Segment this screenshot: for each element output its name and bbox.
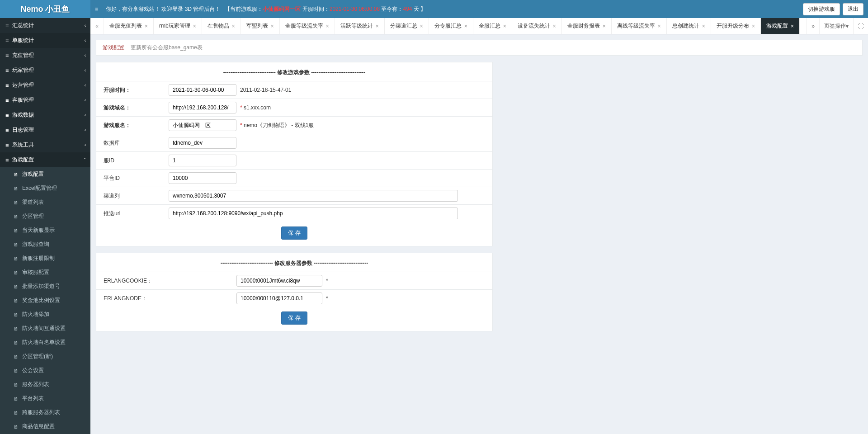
tab-13[interactable]: 开服升级分布× [711,18,761,34]
sidebar-cat-6[interactable]: ≡游戏数据‹ [0,108,90,123]
brand-logo[interactable]: Nemo 小丑鱼 [0,0,90,18]
required-star: * [326,278,328,284]
tab-6[interactable]: 分渠道汇总× [385,18,429,34]
chevron-icon: ‹ [85,98,86,103]
file-icon: 🗎 [14,214,19,219]
open-time-input[interactable] [169,84,236,96]
tabs-menu-button[interactable]: 页签操作 ▾ [819,18,853,34]
fullscreen-button[interactable]: ⛶ [853,18,868,34]
tab-label: 全服财务报表 [567,22,600,30]
close-icon[interactable]: × [553,23,556,29]
sidebar-sub-5[interactable]: 🗎游戏服查询 [0,237,90,251]
tab-10[interactable]: 全服财务报表× [562,18,612,34]
close-icon[interactable]: × [658,23,661,29]
sidebar-sub-3[interactable]: 🗎分区管理 [0,209,90,223]
sidebar-sub-label: 奖金池比例设置 [22,297,60,304]
sidebar-sub-1[interactable]: 🗎Excel配置管理 [0,181,90,195]
platform-id-input[interactable] [169,172,236,184]
sidebar-cat-5[interactable]: ≡客服管理‹ [0,93,90,108]
erlang-cookie-input[interactable] [236,275,322,287]
file-icon: 🗎 [14,382,19,387]
sidebar-cat-0[interactable]: ≡汇总统计‹ [0,18,90,33]
database-input[interactable] [169,137,236,149]
sidebar-sub-18[interactable]: 🗎商品信息配置 [0,420,90,434]
sidebar-cat-label: 单服统计 [12,37,34,44]
tab-7[interactable]: 分专服汇总× [429,18,473,34]
list-icon: ≡ [5,157,9,163]
tab-2[interactable]: 在售物品× [202,18,241,34]
channel-list-input[interactable] [169,190,458,202]
tab-0[interactable]: 全服充值列表× [104,18,154,34]
tab-8[interactable]: 全服汇总× [473,18,512,34]
sidebar-sub-8[interactable]: 🗎批量添加渠道号 [0,279,90,293]
close-icon[interactable]: × [193,23,196,29]
close-icon[interactable]: × [503,23,506,29]
close-icon[interactable]: × [420,23,423,29]
sidebar-cat-3[interactable]: ≡玩家管理‹ [0,63,90,78]
logout-button[interactable]: 退出 [843,3,863,15]
push-url-input[interactable] [169,208,458,219]
sidebar-sub-17[interactable]: 🗎跨服服务器列表 [0,406,90,420]
sidebar-cat-4[interactable]: ≡运营管理‹ [0,78,90,93]
sidebar-cat-8[interactable]: ≡系统工具‹ [0,137,90,152]
server-params-panel: ----------------------------- 修改服务器参数 --… [96,253,493,331]
tab-4[interactable]: 全服等级流失率× [280,18,335,34]
sidebar-sub-2[interactable]: 🗎渠道列表 [0,195,90,209]
tab-label: 分渠道汇总 [390,22,417,30]
sidebar-sub-6[interactable]: 🗎新服注册限制 [0,251,90,265]
erlang-node-input[interactable] [236,292,322,304]
close-icon[interactable]: × [752,23,755,29]
tab-14[interactable]: 游戏配置× [761,18,800,34]
close-icon[interactable]: × [603,23,606,29]
sidebar-sub-4[interactable]: 🗎当天新服显示 [0,223,90,237]
sidebar-sub-0[interactable]: 🗎游戏配置 [0,167,90,181]
chevron-icon: ‹ [85,113,86,118]
sidebar-sub-12[interactable]: 🗎防火墙白名单设置 [0,335,90,349]
sidebar-cat-1[interactable]: ≡单服统计‹ [0,33,90,48]
save-game-params-button[interactable]: 保 存 [281,226,307,240]
close-icon[interactable]: × [326,23,329,29]
tab-12[interactable]: 总创建统计× [667,18,711,34]
sidebar-sub-16[interactable]: 🗎平台列表 [0,392,90,406]
tab-11[interactable]: 离线等级流失率× [612,18,667,34]
sidebar-sub-15[interactable]: 🗎服务器列表 [0,377,90,392]
server-name-hint: * nemo《刀剑物语》 - 双线1服 [240,122,314,129]
list-icon: ≡ [5,112,9,118]
sidebar-sub-7[interactable]: 🗎审核服配置 [0,265,90,279]
close-icon[interactable]: × [702,23,705,29]
close-icon[interactable]: × [464,23,467,29]
menu-toggle-icon[interactable]: ≡ [95,6,101,12]
crumb-action-link[interactable]: 更新所有公会服base_game表 [131,44,203,52]
file-icon: 🗎 [14,396,19,401]
sidebar-sub-label: Excel配置管理 [22,184,57,192]
sidebar-sub-label: 服务器列表 [22,381,49,388]
switch-server-button[interactable]: 切换游戏服 [803,3,840,15]
save-server-params-button[interactable]: 保 存 [281,311,307,325]
close-icon[interactable]: × [271,23,274,29]
sidebar-cat-9[interactable]: ≡游戏配置˅ [0,152,90,167]
sidebar-sub-9[interactable]: 🗎奖金池比例设置 [0,293,90,307]
sidebar-sub-10[interactable]: 🗎防火墙添加 [0,307,90,321]
close-icon[interactable]: × [791,23,794,29]
tab-3[interactable]: 军盟列表× [241,18,280,34]
close-icon[interactable]: × [145,23,148,29]
tabs-scroll-left[interactable]: « [90,18,104,34]
sidebar-cat-label: 汇总统计 [12,22,34,29]
domain-input[interactable] [169,102,236,113]
tab-1[interactable]: rmb玩家管理× [154,18,202,34]
tab-5[interactable]: 活跃等级统计× [335,18,385,34]
close-icon[interactable]: × [232,23,235,29]
server-id-input[interactable] [169,155,236,166]
tab-9[interactable]: 设备流失统计× [512,18,562,34]
server-name-input[interactable] [169,119,236,131]
sidebar-cat-2[interactable]: ≡充值管理‹ [0,48,90,63]
sidebar-sub-13[interactable]: 🗎分区管理(新) [0,349,90,363]
sidebar-cat-7[interactable]: ≡日志管理‹ [0,123,90,137]
tab-label: 分专服汇总 [434,22,462,30]
chevron-icon: ‹ [85,127,86,132]
close-icon[interactable]: × [376,23,379,29]
tabs-scroll-right[interactable]: » [807,18,819,34]
sidebar-sub-14[interactable]: 🗎公会设置 [0,363,90,377]
top-greeting: 你好，有分享游戏站！ 欢迎登录 3D 管理后台！ 【当前游戏服：小仙源码网一区 … [106,5,426,13]
sidebar-sub-11[interactable]: 🗎防火墙间互通设置 [0,321,90,335]
